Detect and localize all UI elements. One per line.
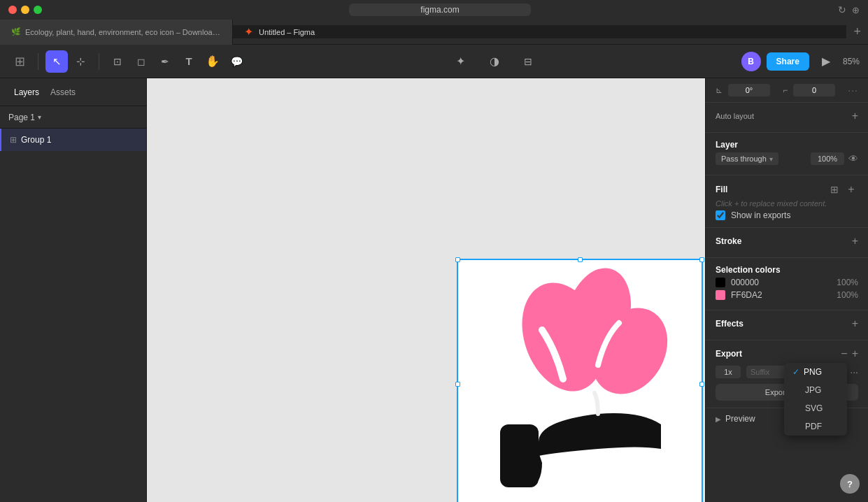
fullscreen-window-button[interactable] <box>34 6 42 14</box>
frame-tools: ⊡ ◻ ✒ T ✋ 💬 <box>106 50 248 73</box>
color-row-1: 000000 100% <box>716 278 858 287</box>
auto-layout-add-button[interactable]: + <box>852 110 858 122</box>
selection-colors-title: Selection colors <box>716 265 781 275</box>
show-in-exports-label: Show in exports <box>731 210 790 220</box>
fill-add-button[interactable]: + <box>844 182 858 196</box>
export-minus-button[interactable]: − <box>841 347 847 360</box>
format-option-svg[interactable]: SVG <box>784 399 847 417</box>
panel-top-row: ⊾ 0° ⌐ 0 ··· <box>706 78 868 103</box>
color-swatch-black[interactable] <box>716 278 725 287</box>
opacity-input[interactable]: 100% <box>811 152 844 165</box>
format-option-jpg[interactable]: JPG <box>784 381 847 399</box>
more-options-button[interactable]: ··· <box>848 85 858 96</box>
boolean-tool-button[interactable]: ⊟ <box>517 50 539 73</box>
format-option-pdf-label: PDF <box>805 422 822 431</box>
zoom-level[interactable]: 85% <box>843 57 860 66</box>
export-title: Export <box>716 349 742 359</box>
color-pct-black: 100% <box>837 278 858 287</box>
tab-favicon: 🌿 <box>11 27 21 36</box>
tab-label: Ecology, plant, hand, environment, eco i… <box>25 28 221 36</box>
angle-row: ⊾ 0° <box>716 84 770 96</box>
tab-bar: 🌿 Ecology, plant, hand, environment, eco… <box>0 20 868 45</box>
export-add-button[interactable]: + <box>852 347 858 360</box>
effects-add-button[interactable]: + <box>852 317 858 330</box>
export-more-button[interactable]: ··· <box>850 366 858 378</box>
corner-input[interactable]: 0 <box>793 84 835 96</box>
layer-title: Layer <box>716 140 738 150</box>
fill-placeholder-text: Click + to replace mixed content. <box>716 199 858 208</box>
canvas[interactable]: 464.99 × 465 CHOOSE A FORMAT → <box>147 78 705 502</box>
check-icon: ✓ <box>792 367 799 377</box>
export-section: Export − + 1x Suffix PNG ▾ ··· Export Gr… <box>706 340 868 408</box>
fill-grid-icon[interactable]: ⊞ <box>827 182 841 196</box>
format-option-jpg-label: JPG <box>805 385 821 395</box>
show-in-exports-checkbox[interactable] <box>716 210 725 220</box>
export-header-actions: − + <box>841 347 858 360</box>
color-hex-black: 000000 <box>731 278 759 287</box>
page-selector[interactable]: Page 1 ▾ <box>0 106 146 129</box>
auto-layout-row: Auto layout + <box>716 110 858 122</box>
corner-radius-icon: ⌐ <box>783 85 788 95</box>
selection-tools: ↖ ⊹ <box>45 50 92 73</box>
fill-section: Fill ⊞ + Click + to replace mixed conten… <box>706 175 868 228</box>
tab-figma-label: Untitled – Figma <box>259 28 315 36</box>
stroke-add-button[interactable]: + <box>852 235 858 248</box>
browser-tab-iconfinder[interactable]: 🌿 Ecology, plant, hand, environment, eco… <box>0 20 233 45</box>
artwork-bg <box>458 260 703 502</box>
url-bar[interactable]: figma.com <box>349 3 531 16</box>
help-button[interactable]: ? <box>840 474 860 494</box>
main-menu-button[interactable]: ⊞ <box>8 50 31 73</box>
extension-icon: ⊕ <box>852 5 860 15</box>
format-option-pdf[interactable]: PDF <box>784 417 847 436</box>
browser-tab-figma[interactable]: ✦ Untitled – Figma <box>233 25 846 38</box>
frame-tool-button[interactable]: ⊡ <box>106 50 129 73</box>
mask-tool-button[interactable]: ◑ <box>483 50 506 73</box>
color-hex-pink: FF6DA2 <box>731 290 762 300</box>
assets-tab[interactable]: Assets <box>45 85 81 100</box>
title-bar-right: ↻ ⊕ <box>838 4 860 15</box>
new-tab-button[interactable]: + <box>846 24 868 39</box>
traffic-lights <box>8 6 42 14</box>
stroke-title: Stroke <box>716 236 741 246</box>
main-menu-group: ⊞ <box>8 50 31 73</box>
preview-chevron-icon: ▶ <box>716 415 721 423</box>
visibility-toggle[interactable]: 👁 <box>848 153 858 164</box>
color-swatch-pink[interactable] <box>716 290 725 300</box>
page-label: Page 1 <box>8 113 35 122</box>
play-button[interactable]: ▶ <box>815 50 837 73</box>
fill-header-row: Fill ⊞ + <box>716 182 858 196</box>
sidebar-tabs: Layers Assets <box>0 78 146 106</box>
layer-name: Group 1 <box>21 135 51 145</box>
shape-tool-button[interactable]: ◻ <box>130 50 152 73</box>
format-option-png[interactable]: ✓ PNG <box>784 363 847 381</box>
fill-actions: ⊞ + <box>827 182 858 196</box>
panel-right: ⊾ 0° ⌐ 0 ··· Auto layout + Layer Pass t <box>705 78 868 502</box>
format-option-svg-label: SVG <box>805 403 823 413</box>
scale-tool-button[interactable]: ⊹ <box>69 50 92 73</box>
move-tool-button[interactable]: ↖ <box>45 50 68 73</box>
format-option-png-label: PNG <box>804 367 822 377</box>
layers-tab[interactable]: Layers <box>8 85 45 100</box>
toolbar-right: B Share ▶ 85% <box>741 50 860 73</box>
blend-mode-dropdown[interactable]: Pass through ▾ <box>716 152 778 165</box>
toolbar-separator-1 <box>38 53 38 70</box>
text-tool-button[interactable]: T <box>178 50 200 73</box>
toolbar-separator-2 <box>99 53 99 70</box>
hand-tool-button[interactable]: ✋ <box>201 50 224 73</box>
sidebar-left: Layers Assets Page 1 ▾ ⊞ Group 1 <box>0 78 147 502</box>
component-tool-button[interactable]: ✦ <box>450 50 472 73</box>
refresh-button[interactable]: ↻ <box>838 4 846 15</box>
avatar: B <box>741 52 761 71</box>
close-window-button[interactable] <box>8 6 17 14</box>
angle-input[interactable]: 0° <box>728 84 770 96</box>
selection-colors-section: Selection colors 000000 100% FF6DA2 100% <box>706 258 868 310</box>
export-scale-input[interactable]: 1x <box>716 366 741 378</box>
auto-layout-section: Auto layout + <box>706 103 868 133</box>
share-button[interactable]: Share <box>767 52 809 71</box>
pen-tool-button[interactable]: ✒ <box>154 50 176 73</box>
comment-tool-button[interactable]: 💬 <box>225 50 248 73</box>
color-pct-pink: 100% <box>837 290 858 300</box>
blend-mode-row: Pass through ▾ 100% 👁 <box>716 152 858 165</box>
minimize-window-button[interactable] <box>21 6 29 14</box>
layer-item-group1[interactable]: ⊞ Group 1 <box>0 129 146 151</box>
